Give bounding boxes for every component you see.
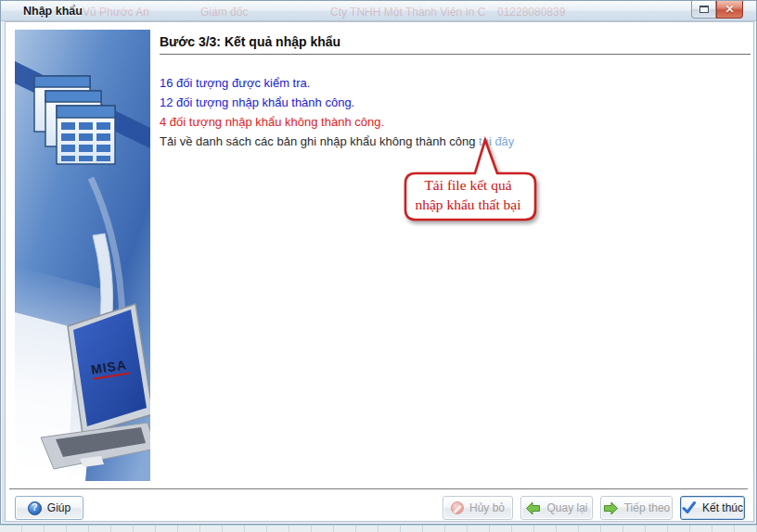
window-controls: ✕ bbox=[691, 1, 743, 19]
background-ghost-text: Giám đốc bbox=[200, 6, 248, 19]
restore-button[interactable] bbox=[691, 1, 716, 19]
heading-divider bbox=[160, 54, 751, 55]
next-label: Tiếp theo bbox=[624, 501, 671, 514]
download-line: Tải về danh sách các bản ghi nhập khẩu k… bbox=[160, 134, 514, 148]
import-graphic: MISA bbox=[15, 30, 150, 481]
finish-button[interactable]: Kết thúc bbox=[680, 496, 745, 520]
finish-label: Kết thúc bbox=[702, 501, 743, 514]
background-ghost-text: 01228080839 bbox=[497, 6, 565, 19]
restore-icon bbox=[699, 6, 709, 13]
titlebar[interactable]: Vũ Phước An Giám đốc Cty TNHH Một Thành … bbox=[1, 1, 756, 21]
result-success-count: 12 đối tượng nhập khẩu thành công. bbox=[160, 95, 354, 109]
background-ghost-text: Vũ Phước An bbox=[83, 6, 149, 19]
import-dialog: Vũ Phước An Giám đốc Cty TNHH Một Thành … bbox=[0, 0, 757, 525]
annotation-callout: Tải file kết quả nhập khẩu thất bại bbox=[401, 136, 554, 229]
finish-check-icon bbox=[682, 501, 697, 514]
result-failed-count: 4 đối tượng nhập khẩu không thành công. bbox=[160, 115, 384, 129]
step-heading: Bước 3/3: Kết quả nhập khẩu bbox=[160, 34, 340, 49]
download-here-link[interactable]: tại đây bbox=[479, 134, 514, 148]
next-arrow-icon bbox=[603, 501, 619, 515]
next-button[interactable]: Tiếp theo bbox=[600, 496, 673, 520]
cancel-icon bbox=[451, 501, 464, 514]
cancel-button[interactable]: Hủy bỏ bbox=[443, 496, 513, 520]
dialog-content: MISA Bước 3/3: Kết quả nhập khẩu 16 đối … bbox=[5, 21, 754, 522]
back-arrow-icon bbox=[525, 501, 541, 515]
background-ghost-text: Cty TNHH Một Thành Viên In C bbox=[330, 6, 485, 19]
button-bar-divider bbox=[9, 488, 748, 489]
back-label: Quay lại bbox=[546, 501, 587, 514]
result-checked-count: 16 đối tượng được kiểm tra. bbox=[160, 76, 310, 90]
download-label: Tải về danh sách các bản ghi nhập khẩu k… bbox=[160, 134, 475, 148]
callout-bubble bbox=[401, 136, 540, 224]
back-button[interactable]: Quay lại bbox=[520, 496, 593, 520]
help-button[interactable]: ? Giúp bbox=[15, 496, 83, 520]
close-icon: ✕ bbox=[725, 4, 734, 15]
background-window-strip bbox=[0, 525, 757, 532]
help-label: Giúp bbox=[47, 501, 71, 514]
screen: Vũ Phước An Giám đốc Cty TNHH Một Thành … bbox=[0, 0, 757, 532]
help-icon: ? bbox=[28, 501, 42, 515]
cancel-label: Hủy bỏ bbox=[469, 501, 505, 514]
wizard-illustration: MISA bbox=[15, 30, 150, 481]
window-title: Nhập khẩu bbox=[23, 5, 83, 18]
callout-text: Tải file kết quả nhập khẩu thất bại bbox=[405, 173, 531, 216]
close-button[interactable]: ✕ bbox=[716, 1, 743, 19]
